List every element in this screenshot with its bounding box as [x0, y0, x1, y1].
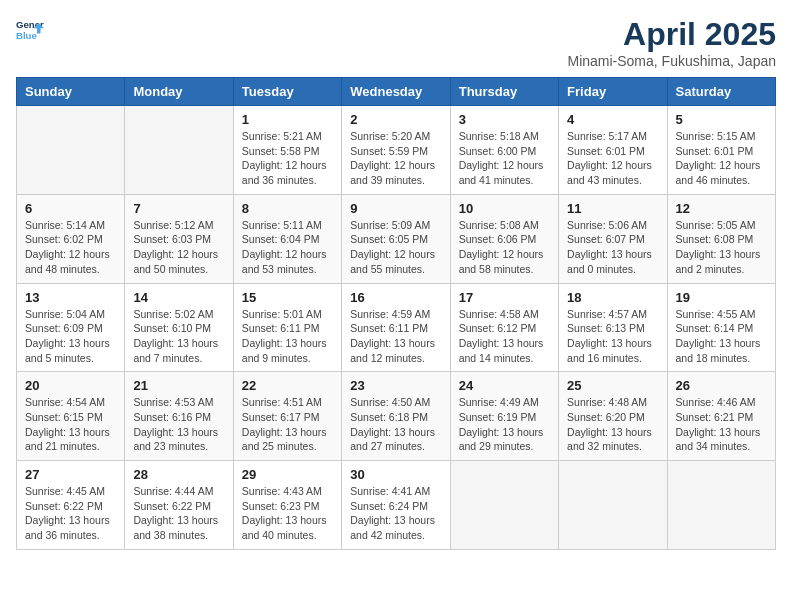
weekday-header-friday: Friday [559, 78, 667, 106]
day-number: 25 [567, 378, 658, 393]
day-info: Sunrise: 5:12 AMSunset: 6:03 PMDaylight:… [133, 218, 224, 277]
day-cell: 30Sunrise: 4:41 AMSunset: 6:24 PMDayligh… [342, 461, 450, 550]
day-number: 24 [459, 378, 550, 393]
day-cell [559, 461, 667, 550]
day-number: 7 [133, 201, 224, 216]
day-cell: 16Sunrise: 4:59 AMSunset: 6:11 PMDayligh… [342, 283, 450, 372]
weekday-header-thursday: Thursday [450, 78, 558, 106]
day-number: 13 [25, 290, 116, 305]
day-cell: 24Sunrise: 4:49 AMSunset: 6:19 PMDayligh… [450, 372, 558, 461]
day-info: Sunrise: 4:53 AMSunset: 6:16 PMDaylight:… [133, 395, 224, 454]
day-info: Sunrise: 4:57 AMSunset: 6:13 PMDaylight:… [567, 307, 658, 366]
day-cell: 4Sunrise: 5:17 AMSunset: 6:01 PMDaylight… [559, 106, 667, 195]
header: General Blue April 2025 Minami-Soma, Fuk… [16, 16, 776, 69]
day-info: Sunrise: 4:48 AMSunset: 6:20 PMDaylight:… [567, 395, 658, 454]
day-number: 27 [25, 467, 116, 482]
day-info: Sunrise: 4:44 AMSunset: 6:22 PMDaylight:… [133, 484, 224, 543]
day-info: Sunrise: 5:20 AMSunset: 5:59 PMDaylight:… [350, 129, 441, 188]
day-cell: 28Sunrise: 4:44 AMSunset: 6:22 PMDayligh… [125, 461, 233, 550]
day-cell: 26Sunrise: 4:46 AMSunset: 6:21 PMDayligh… [667, 372, 775, 461]
day-info: Sunrise: 4:55 AMSunset: 6:14 PMDaylight:… [676, 307, 767, 366]
day-number: 17 [459, 290, 550, 305]
weekday-header-saturday: Saturday [667, 78, 775, 106]
day-cell: 18Sunrise: 4:57 AMSunset: 6:13 PMDayligh… [559, 283, 667, 372]
day-number: 1 [242, 112, 333, 127]
day-cell: 12Sunrise: 5:05 AMSunset: 6:08 PMDayligh… [667, 194, 775, 283]
month-title: April 2025 [567, 16, 776, 53]
day-info: Sunrise: 4:54 AMSunset: 6:15 PMDaylight:… [25, 395, 116, 454]
day-cell: 2Sunrise: 5:20 AMSunset: 5:59 PMDaylight… [342, 106, 450, 195]
day-cell [450, 461, 558, 550]
day-info: Sunrise: 4:41 AMSunset: 6:24 PMDaylight:… [350, 484, 441, 543]
day-cell: 9Sunrise: 5:09 AMSunset: 6:05 PMDaylight… [342, 194, 450, 283]
day-cell: 23Sunrise: 4:50 AMSunset: 6:18 PMDayligh… [342, 372, 450, 461]
weekday-header-sunday: Sunday [17, 78, 125, 106]
day-number: 18 [567, 290, 658, 305]
day-info: Sunrise: 4:43 AMSunset: 6:23 PMDaylight:… [242, 484, 333, 543]
day-info: Sunrise: 5:18 AMSunset: 6:00 PMDaylight:… [459, 129, 550, 188]
day-info: Sunrise: 5:01 AMSunset: 6:11 PMDaylight:… [242, 307, 333, 366]
day-info: Sunrise: 5:17 AMSunset: 6:01 PMDaylight:… [567, 129, 658, 188]
day-number: 23 [350, 378, 441, 393]
day-number: 26 [676, 378, 767, 393]
day-info: Sunrise: 5:11 AMSunset: 6:04 PMDaylight:… [242, 218, 333, 277]
day-number: 15 [242, 290, 333, 305]
day-info: Sunrise: 4:46 AMSunset: 6:21 PMDaylight:… [676, 395, 767, 454]
day-info: Sunrise: 5:09 AMSunset: 6:05 PMDaylight:… [350, 218, 441, 277]
day-cell: 11Sunrise: 5:06 AMSunset: 6:07 PMDayligh… [559, 194, 667, 283]
day-number: 22 [242, 378, 333, 393]
svg-text:Blue: Blue [16, 30, 37, 41]
day-number: 14 [133, 290, 224, 305]
day-cell: 15Sunrise: 5:01 AMSunset: 6:11 PMDayligh… [233, 283, 341, 372]
logo: General Blue [16, 16, 44, 44]
day-number: 4 [567, 112, 658, 127]
day-cell: 19Sunrise: 4:55 AMSunset: 6:14 PMDayligh… [667, 283, 775, 372]
day-info: Sunrise: 4:51 AMSunset: 6:17 PMDaylight:… [242, 395, 333, 454]
day-cell: 7Sunrise: 5:12 AMSunset: 6:03 PMDaylight… [125, 194, 233, 283]
day-number: 19 [676, 290, 767, 305]
title-area: April 2025 Minami-Soma, Fukushima, Japan [567, 16, 776, 69]
day-cell: 8Sunrise: 5:11 AMSunset: 6:04 PMDaylight… [233, 194, 341, 283]
day-cell: 10Sunrise: 5:08 AMSunset: 6:06 PMDayligh… [450, 194, 558, 283]
day-cell: 20Sunrise: 4:54 AMSunset: 6:15 PMDayligh… [17, 372, 125, 461]
day-info: Sunrise: 4:58 AMSunset: 6:12 PMDaylight:… [459, 307, 550, 366]
day-info: Sunrise: 4:59 AMSunset: 6:11 PMDaylight:… [350, 307, 441, 366]
day-number: 20 [25, 378, 116, 393]
day-cell: 27Sunrise: 4:45 AMSunset: 6:22 PMDayligh… [17, 461, 125, 550]
day-cell: 3Sunrise: 5:18 AMSunset: 6:00 PMDaylight… [450, 106, 558, 195]
day-number: 12 [676, 201, 767, 216]
day-number: 21 [133, 378, 224, 393]
weekday-header-tuesday: Tuesday [233, 78, 341, 106]
day-number: 10 [459, 201, 550, 216]
day-cell [667, 461, 775, 550]
day-info: Sunrise: 5:21 AMSunset: 5:58 PMDaylight:… [242, 129, 333, 188]
day-number: 28 [133, 467, 224, 482]
day-info: Sunrise: 5:06 AMSunset: 6:07 PMDaylight:… [567, 218, 658, 277]
weekday-header-row: SundayMondayTuesdayWednesdayThursdayFrid… [17, 78, 776, 106]
day-number: 9 [350, 201, 441, 216]
week-row-2: 6Sunrise: 5:14 AMSunset: 6:02 PMDaylight… [17, 194, 776, 283]
day-number: 30 [350, 467, 441, 482]
day-cell: 14Sunrise: 5:02 AMSunset: 6:10 PMDayligh… [125, 283, 233, 372]
day-info: Sunrise: 5:14 AMSunset: 6:02 PMDaylight:… [25, 218, 116, 277]
day-number: 2 [350, 112, 441, 127]
day-info: Sunrise: 4:49 AMSunset: 6:19 PMDaylight:… [459, 395, 550, 454]
logo-icon: General Blue [16, 16, 44, 44]
week-row-3: 13Sunrise: 5:04 AMSunset: 6:09 PMDayligh… [17, 283, 776, 372]
day-cell: 21Sunrise: 4:53 AMSunset: 6:16 PMDayligh… [125, 372, 233, 461]
day-number: 6 [25, 201, 116, 216]
day-info: Sunrise: 4:45 AMSunset: 6:22 PMDaylight:… [25, 484, 116, 543]
day-cell: 17Sunrise: 4:58 AMSunset: 6:12 PMDayligh… [450, 283, 558, 372]
day-info: Sunrise: 5:15 AMSunset: 6:01 PMDaylight:… [676, 129, 767, 188]
weekday-header-wednesday: Wednesday [342, 78, 450, 106]
day-number: 29 [242, 467, 333, 482]
day-cell: 13Sunrise: 5:04 AMSunset: 6:09 PMDayligh… [17, 283, 125, 372]
day-number: 11 [567, 201, 658, 216]
weekday-header-monday: Monday [125, 78, 233, 106]
location: Minami-Soma, Fukushima, Japan [567, 53, 776, 69]
day-info: Sunrise: 5:02 AMSunset: 6:10 PMDaylight:… [133, 307, 224, 366]
day-number: 3 [459, 112, 550, 127]
day-cell: 22Sunrise: 4:51 AMSunset: 6:17 PMDayligh… [233, 372, 341, 461]
day-info: Sunrise: 4:50 AMSunset: 6:18 PMDaylight:… [350, 395, 441, 454]
week-row-5: 27Sunrise: 4:45 AMSunset: 6:22 PMDayligh… [17, 461, 776, 550]
